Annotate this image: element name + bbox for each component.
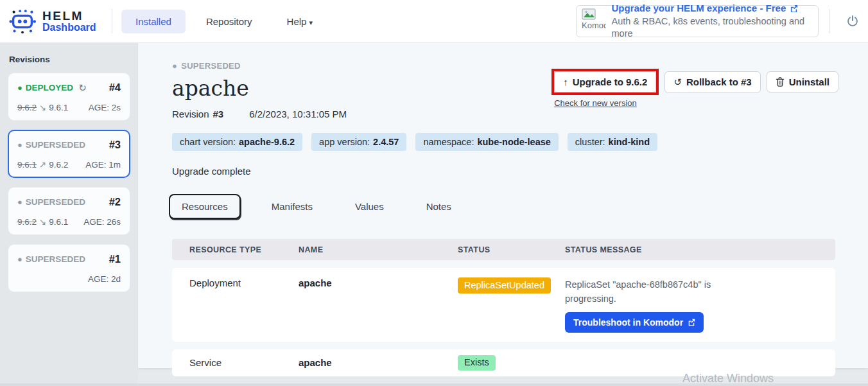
main-nav: Installed Repository Help▾ (121, 10, 327, 33)
resource-name-cell: apache (299, 277, 458, 288)
revision-status-label: SUPERSEDED (26, 254, 85, 264)
top-header: HELM Dashboard Installed Repository Help… (0, 0, 868, 43)
tab-notes[interactable]: Notes (415, 195, 463, 218)
version-arrow-icon: ↗ (39, 159, 46, 170)
chip-cluster: cluster:kind-kind (568, 133, 657, 151)
version-to: 9.6.1 (49, 103, 68, 112)
header-divider (112, 9, 112, 33)
tab-resources[interactable]: Resources (169, 194, 241, 219)
komodor-broken-image: Komodor (582, 8, 606, 34)
header-divider-2 (829, 9, 829, 33)
nav-tab-installed[interactable]: Installed (121, 10, 186, 33)
revision-label: Revision (172, 109, 209, 119)
version-from: 9.6.1 (17, 160, 37, 170)
col-status: STATUS (458, 245, 565, 254)
power-icon (846, 15, 859, 28)
trash-icon (776, 77, 785, 87)
tab-values[interactable]: Values (343, 195, 395, 218)
broken-image-alt-text: Komodor (582, 21, 606, 30)
status-badge: ReplicaSetUpdated (458, 277, 551, 294)
revision-number: #3 (213, 109, 224, 119)
version-to: 9.6.1 (49, 217, 68, 227)
revision-number: #3 (109, 139, 121, 151)
check-new-version-link[interactable]: Check for new version (554, 98, 637, 108)
helm-dashboard-logo[interactable]: HELM Dashboard (0, 6, 103, 36)
rollback-icon: ↺ (673, 76, 682, 88)
revision-age: AGE: 2d (88, 274, 121, 284)
release-status-text: Upgrade complete (172, 166, 868, 177)
revision-card-2[interactable]: ● SUPERSEDED #2 9.6.2 ↘ 9.6.1 AGE: 26s (8, 187, 130, 235)
status-badge: Exists (458, 355, 496, 370)
revision-age: AGE: 26s (83, 217, 121, 227)
external-link-icon (688, 319, 695, 326)
revision-age: AGE: 1m (85, 160, 121, 170)
revision-card-4[interactable]: ● DEPLOYED ↻ #4 9.6.2 ↘ 9.6.1 AGE: 2s (8, 73, 130, 121)
version-arrow-icon: ↘ (39, 102, 46, 112)
upgrade-button[interactable]: ↑ Upgrade to 9.6.2 (554, 71, 656, 92)
revision-status-label: SUPERSEDED (26, 140, 85, 150)
revision-age: AGE: 2s (89, 103, 121, 112)
revision-number: #4 (109, 82, 121, 94)
banner-title: Upgrade your HELM experience - Free (611, 2, 786, 15)
broken-image-icon (582, 8, 596, 21)
rollback-button[interactable]: ↺ Rollback to #3 (664, 71, 760, 93)
tab-manifests[interactable]: Manifests (260, 195, 324, 218)
nav-tab-help[interactable]: Help▾ (273, 10, 327, 33)
detail-tabs: Resources Manifests Values Notes (169, 194, 868, 219)
chip-chart-version: chart version:apache-9.6.2 (172, 133, 302, 151)
release-detail-panel: ● SUPERSEDED apache Revision #3 6/2/2023… (138, 43, 868, 368)
annotation-highlight-box: ↑ Upgrade to 9.6.2 (551, 69, 659, 95)
chip-namespace: namespace:kube-node-lease (415, 133, 558, 151)
troubleshoot-komodor-button[interactable]: Troubleshoot in Komodor (565, 312, 704, 333)
revision-card-1[interactable]: ● SUPERSEDED #1 AGE: 2d (8, 244, 130, 292)
col-resource-type: RESOURCE TYPE (189, 245, 299, 254)
logo-text-helm: HELM (42, 10, 96, 22)
power-button[interactable] (846, 15, 859, 28)
logo-text-dashboard: Dashboard (42, 22, 96, 33)
col-status-message: STATUS MESSAGE (565, 245, 835, 254)
status-dot: ● (17, 197, 22, 207)
revision-datetime: 6/2/2023, 10:31:05 PM (249, 109, 347, 119)
version-to: 9.6.2 (49, 160, 68, 170)
revision-status-label: DEPLOYED (26, 83, 73, 92)
chip-app-version: app version:2.4.57 (311, 133, 406, 151)
status-message-line2: progressing. (565, 292, 835, 306)
revision-number: #2 (109, 196, 121, 208)
release-meta-chips: chart version:apache-9.6.2 app version:2… (172, 133, 868, 151)
uninstall-button[interactable]: Uninstall (767, 71, 838, 92)
status-dot: ● (172, 61, 177, 71)
revision-card-3-selected[interactable]: ● SUPERSEDED #3 9.6.1 ↗ 9.6.2 AGE: 1m (8, 130, 130, 178)
status-dot: ● (17, 83, 22, 92)
komodor-upgrade-banner[interactable]: Komodor Upgrade your HELM experience - F… (576, 5, 819, 37)
revisions-sidebar: Revisions ● DEPLOYED ↻ #4 9.6.2 ↘ 9.6.1 … (0, 43, 138, 386)
arrow-up-icon: ↑ (563, 76, 568, 87)
revision-number: #1 (109, 253, 121, 265)
chevron-down-icon: ▾ (309, 19, 313, 26)
resource-name-cell: apache (299, 357, 458, 368)
bottom-edge-strip (0, 383, 868, 386)
banner-subtitle: Auth & RBAC, k8s events, troubleshooting… (611, 15, 810, 40)
table-row: Deployment apache ReplicaSetUpdated Repl… (172, 268, 835, 342)
version-arrow-icon: ↘ (39, 216, 46, 227)
helm-logo-icon (8, 6, 37, 36)
status-dot: ● (17, 254, 22, 264)
reload-icon: ↻ (78, 82, 87, 94)
version-from: 9.6.2 (17, 217, 37, 227)
release-status-label: SUPERSEDED (181, 61, 241, 71)
nav-tab-repository[interactable]: Repository (192, 10, 266, 33)
revision-status-label: SUPERSEDED (26, 197, 85, 207)
status-message-line1: ReplicaSet "apache-68fb867c4b" is (565, 277, 835, 292)
version-from: 9.6.2 (17, 103, 37, 112)
resources-table: RESOURCE TYPE NAME STATUS STATUS MESSAGE… (172, 239, 835, 376)
revisions-title: Revisions (9, 55, 130, 64)
status-dot: ● (17, 140, 22, 150)
release-actions: ↑ Upgrade to 9.6.2 Check for new version… (551, 69, 838, 95)
col-name: NAME (299, 245, 458, 254)
resource-type-cell: Deployment (189, 277, 299, 288)
resource-type-cell: Service (189, 357, 299, 368)
external-link-icon (790, 4, 798, 13)
table-header: RESOURCE TYPE NAME STATUS STATUS MESSAGE (172, 239, 835, 260)
